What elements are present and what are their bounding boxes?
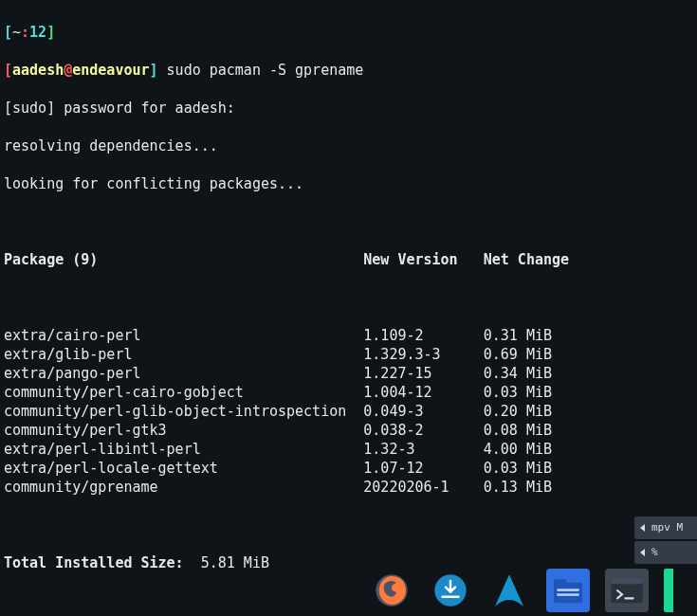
prompt-path-close: ] — [46, 24, 55, 41]
package-row: extra/perl-locale-gettext 1.07-12 0.03 M… — [4, 459, 693, 478]
download-manager-icon[interactable] — [429, 569, 472, 612]
total-label: Total Installed Size: — [4, 554, 184, 571]
prompt-user-close: ] — [150, 62, 158, 79]
tray-mpv[interactable]: mpv M — [634, 516, 697, 539]
prompt-tilde: ~ — [12, 24, 21, 41]
package-row: extra/perl-libintl-perl 1.32-3 4.00 MiB — [4, 440, 693, 459]
command-text: sudo pacman -S gprename — [158, 62, 364, 79]
prompt-path-open: [ — [4, 24, 12, 41]
dock-extra-icon[interactable] — [664, 569, 673, 612]
dock — [370, 569, 673, 612]
package-row: extra/pango-perl 1.227-15 0.34 MiB — [4, 364, 693, 383]
file-manager-icon[interactable] — [546, 569, 590, 612]
package-row: extra/cairo-perl 1.109-2 0.31 MiB — [4, 326, 693, 345]
package-row: community/perl-glib-object-introspection… — [4, 402, 693, 421]
sudo-prompt: [sudo] password for aadesh: — [4, 99, 693, 118]
prompt-number: 12 — [29, 24, 46, 41]
svg-rect-7 — [611, 578, 642, 585]
svg-rect-4 — [557, 589, 578, 591]
prompt-user-open: [ — [4, 62, 12, 79]
svg-rect-5 — [557, 593, 578, 596]
total-value: 5.81 MiB — [184, 554, 269, 571]
conflict-check: looking for conflicting packages... — [4, 174, 693, 193]
prompt-host: endeavour — [72, 62, 149, 79]
prompt-colon: : — [21, 24, 29, 41]
header-row: Package (9) New Version Net Change — [4, 250, 693, 269]
terminal-output[interactable]: [~:12] [aadesh@endeavour] sudo pacman -S… — [0, 0, 697, 616]
tray-percent[interactable]: % — [634, 541, 697, 564]
resolving-deps: resolving dependencies... — [4, 136, 693, 155]
terminal-icon[interactable] — [605, 569, 649, 612]
package-row: community/perl-gtk3 0.038-2 0.08 MiB — [4, 421, 693, 440]
package-row: community/perl-cairo-gobject 1.004-12 0.… — [4, 383, 693, 402]
prompt-at: @ — [64, 62, 72, 79]
package-row: extra/glib-perl 1.329.3-3 0.69 MiB — [4, 345, 693, 364]
package-row: community/gprename 20220206-1 0.13 MiB — [4, 478, 693, 497]
system-tray: mpv M % — [634, 516, 697, 566]
svg-rect-3 — [554, 579, 566, 586]
arch-menu-icon[interactable] — [487, 569, 531, 612]
firefox-icon[interactable] — [370, 569, 413, 612]
prompt-user: aadesh — [12, 62, 64, 79]
